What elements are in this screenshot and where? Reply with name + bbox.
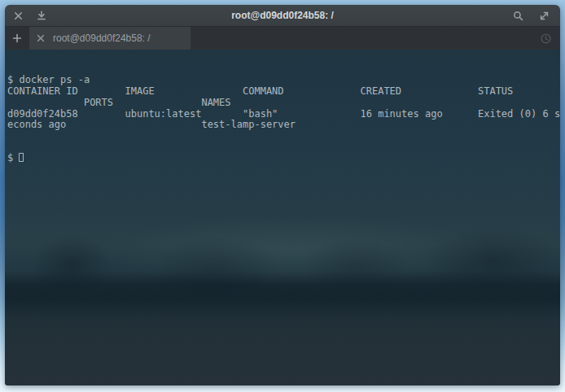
titlebar-left-controls <box>5 11 46 20</box>
tab-active[interactable]: root@d09dd0f24b58: / <box>29 27 191 50</box>
tabbar: root@d09dd0f24b58: / <box>5 27 560 50</box>
titlebar-right-controls <box>513 11 560 21</box>
download-icon[interactable] <box>37 11 46 20</box>
tab-close-icon[interactable] <box>37 34 45 42</box>
history-icon[interactable] <box>540 33 552 45</box>
shell-prompt: $ <box>7 152 19 163</box>
search-icon[interactable] <box>513 11 523 21</box>
terminal-window: root@d09dd0f24b58: / <box>5 5 560 385</box>
new-tab-button[interactable] <box>5 27 29 50</box>
prompt-line: $ <box>7 153 560 164</box>
window-title: root@d09dd0f24b58: / <box>231 10 334 21</box>
terminal-output: $ docker ps -a CONTAINER ID IMAGE COMMAN… <box>7 75 560 131</box>
close-icon[interactable] <box>14 11 23 20</box>
expand-icon[interactable] <box>539 11 550 21</box>
tab-label: root@d09dd0f24b58: / <box>53 33 151 44</box>
titlebar: root@d09dd0f24b58: / <box>5 5 560 27</box>
terminal-cursor <box>19 153 24 162</box>
terminal-content[interactable]: $ docker ps -a CONTAINER ID IMAGE COMMAN… <box>5 50 560 385</box>
